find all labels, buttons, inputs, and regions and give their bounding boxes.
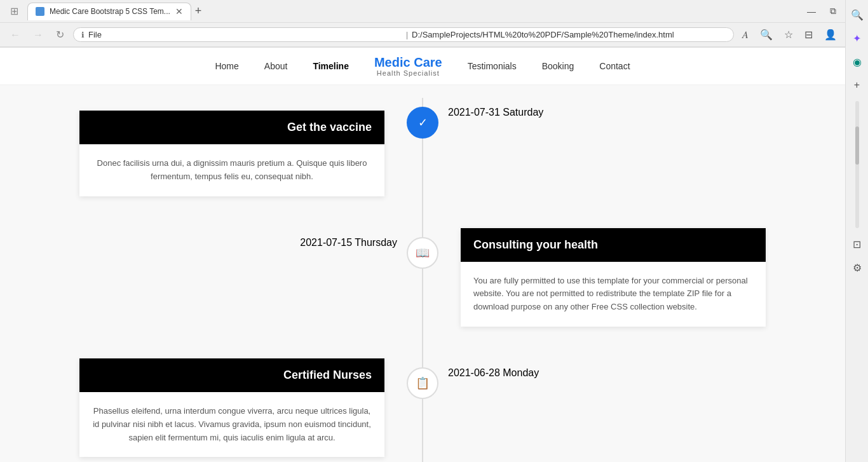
nav-booking[interactable]: Booking	[542, 61, 574, 71]
main-nav: Home About Timeline Medic Care Health Sp…	[0, 48, 845, 85]
card-text-vaccine: Donec facilisis urna dui, a dignissim ma…	[92, 157, 372, 184]
timeline-card-vaccine: Get the vaccine Donec facilisis urna dui…	[79, 111, 384, 196]
tab-close-btn[interactable]: ✕	[175, 6, 183, 17]
browser-tab[interactable]: Medic Care Bootstrap 5 CSS Tem... ✕	[27, 3, 191, 20]
timeline-item-consulting: Consulting your health You are fully per…	[79, 228, 766, 327]
outlook-btn[interactable]: ◉	[849, 52, 865, 72]
nav-about[interactable]: About	[264, 61, 288, 71]
settings-sidebar-btn[interactable]: ⚙	[849, 258, 865, 278]
timeline-section: Get the vaccine Donec facilisis urna dui…	[0, 85, 845, 462]
forward-btn[interactable]: →	[29, 28, 47, 42]
timeline-date-consulting: 2021-07-15 Thursday	[300, 237, 397, 248]
card-title-nurses: Certified Nurses	[283, 369, 372, 381]
card-body-consulting: You are fully permitted to use this temp…	[461, 262, 766, 327]
timeline-icon-nurses: 📋	[407, 367, 438, 399]
address-prefix: File	[88, 30, 402, 39]
brand[interactable]: Medic Care Health Specialist	[374, 55, 442, 77]
nav-home[interactable]: Home	[215, 61, 238, 71]
brand-name: Medic Care	[374, 55, 442, 69]
refresh-btn[interactable]: ↻	[52, 27, 68, 42]
timeline-card-consulting: Consulting your health You are fully per…	[461, 228, 766, 327]
card-text-nurses: Phasellus eleifend, urna interdum congue…	[92, 405, 372, 444]
card-header-vaccine: Get the vaccine	[79, 111, 384, 144]
profile-btn[interactable]: 👤	[821, 27, 840, 42]
collections-btn[interactable]: ⊟	[801, 27, 816, 42]
card-title-vaccine: Get the vaccine	[287, 121, 372, 133]
card-title-consulting: Consulting your health	[473, 238, 598, 251]
address-bar[interactable]: ℹ File | D:/SampleProjects/HTML%20to%20P…	[73, 27, 734, 42]
fit-page-btn[interactable]: ⊡	[849, 234, 865, 254]
card-text-consulting: You are fully permitted to use this temp…	[473, 275, 753, 314]
scrollbar-track[interactable]	[855, 101, 859, 228]
favorites-btn[interactable]: ☆	[781, 27, 796, 42]
address-info-icon: ℹ	[81, 31, 85, 39]
nav-timeline[interactable]: Timeline	[313, 61, 349, 71]
timeline-item: Get the vaccine Donec facilisis urna dui…	[79, 98, 766, 196]
search-btn[interactable]: 🔍	[757, 27, 776, 42]
copilot-btn[interactable]: ✦	[849, 29, 865, 48]
add-sidebar-btn[interactable]: +	[850, 76, 864, 95]
timeline-content-left: Get the vaccine Donec facilisis urna dui…	[79, 111, 384, 196]
timeline-content-nurses: Certified Nurses Phasellus eleifend, urn…	[79, 358, 384, 457]
sidebar-toggle-btn[interactable]: ⊞	[6, 4, 22, 18]
address-separator: |	[406, 31, 408, 39]
timeline-icon-vaccine-wrapper: ✓ 2021-07-31 Saturday	[407, 107, 438, 139]
timeline-content-consulting: Consulting your health You are fully per…	[461, 228, 766, 327]
timeline-item-nurses: Certified Nurses Phasellus eleifend, urn…	[79, 358, 766, 457]
browser-tools: 𝐴 🔍 ☆ ⊟ 👤 ⋯	[739, 27, 862, 42]
restore-btn[interactable]: ⧉	[826, 4, 840, 18]
browser-addressbar: ← → ↻ ℹ File | D:/SampleProjects/HTML%20…	[0, 23, 868, 47]
minimize-btn[interactable]: —	[803, 4, 820, 18]
address-url: D:/SampleProjects/HTML%20to%20PDF/Sample…	[412, 30, 726, 39]
tab-title: Medic Care Bootstrap 5 CSS Tem...	[50, 7, 170, 16]
nav-testimonials[interactable]: Testimonials	[468, 61, 517, 71]
timeline-icon-consulting: 📖	[407, 237, 438, 269]
card-header-consulting: Consulting your health	[461, 228, 766, 262]
timeline-icon-vaccine: ✓	[407, 107, 438, 139]
new-tab-btn[interactable]: +	[195, 4, 202, 18]
search-sidebar-btn[interactable]: 🔍	[847, 5, 867, 25]
back-btn[interactable]: ←	[6, 28, 24, 42]
page-content: Home About Timeline Medic Care Health Sp…	[0, 48, 845, 462]
browser-chrome: ⊞ Medic Care Bootstrap 5 CSS Tem... ✕ + …	[0, 0, 868, 48]
timeline-date-nurses: 2021-06-28 Monday	[448, 367, 539, 379]
read-aloud-btn[interactable]: 𝐴	[739, 28, 752, 42]
scrollbar-thumb[interactable]	[855, 126, 859, 165]
browser-right-sidebar: 🔍 ✦ ◉ + ⊡ ⚙	[845, 0, 868, 462]
timeline-icon-nurses-wrapper: 📋 2021-06-28 Monday	[407, 367, 438, 399]
card-body-nurses: Phasellus eleifend, urna interdum congue…	[79, 392, 384, 457]
tab-favicon	[36, 7, 44, 16]
brand-tagline: Health Specialist	[374, 69, 442, 77]
timeline-date-vaccine: 2021-07-31 Saturday	[448, 107, 543, 118]
card-header-nurses: Certified Nurses	[79, 358, 384, 392]
browser-titlebar: ⊞ Medic Care Bootstrap 5 CSS Tem... ✕ + …	[0, 0, 868, 23]
timeline-icon-consulting-wrapper: 2021-07-15 Thursday 📖	[407, 237, 438, 269]
nav-contact[interactable]: Contact	[599, 61, 630, 71]
card-body-vaccine: Donec facilisis urna dui, a dignissim ma…	[79, 144, 384, 196]
timeline-card-nurses: Certified Nurses Phasellus eleifend, urn…	[79, 358, 384, 457]
timeline-container: Get the vaccine Donec facilisis urna dui…	[41, 98, 804, 462]
